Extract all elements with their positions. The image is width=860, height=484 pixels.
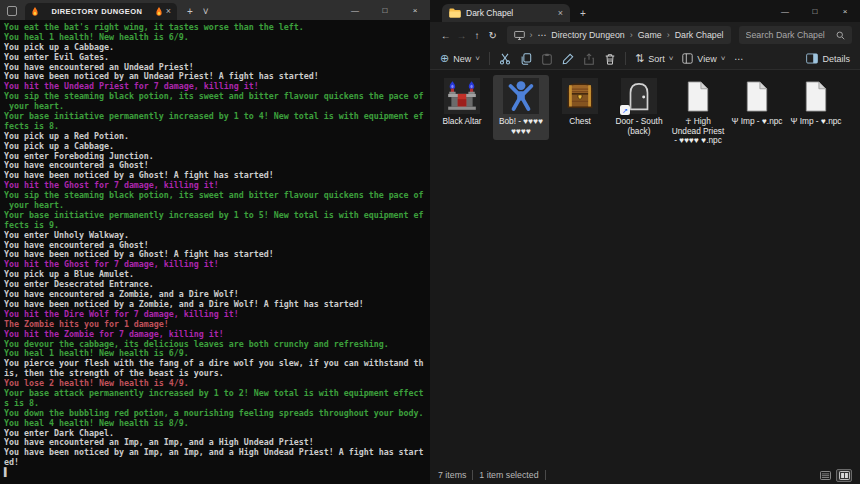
file-icon-box [739,78,775,114]
new-tab-button[interactable]: + [187,6,193,17]
file-label: Ψ Imp - ♥.npc [731,117,782,127]
cut-icon [499,53,511,65]
items-count: 7 items [438,470,466,480]
terminal-line: You have been noticed by an Imp, an Imp,… [4,448,430,458]
terminal-titlebar: DIRECTORY DUNGEON × + ˅ — □ × [0,0,430,20]
explorer-window: Dark Chapel × + — □ × ← → ↑ ↻ › ⋯ D [430,0,860,484]
tab-close-icon[interactable]: × [558,9,563,18]
address-bar: ← → ↑ ↻ › ⋯ Directory Dungeon › Game › D… [430,22,860,48]
flame-icon [31,7,39,16]
breadcrumb-overflow[interactable]: ⋯ [538,30,547,40]
explorer-tab[interactable]: Dark Chapel × [442,4,570,22]
document-icon [685,81,711,112]
terminal-line: Your base initiative permanently increas… [4,112,430,122]
search-icon [836,31,845,40]
new-icon: ⊕ [440,53,449,64]
file-label: Ψ Imp - ♥.npc [790,117,841,127]
document-icon [803,81,829,112]
thumbnails-view-icon [839,471,850,480]
search-input[interactable]: Search Dark Chapel [739,26,852,44]
details-button[interactable]: Details [806,53,850,64]
this-pc-icon [514,31,525,40]
details-pane-icon [806,53,818,64]
chevron-right-icon: › [667,30,670,40]
delete-button[interactable] [604,53,616,65]
new-button[interactable]: ⊕ New ˅ [440,53,480,64]
chevron-right-icon: › [630,30,633,40]
file-item[interactable]: Ψ Imp - ♥.npc [729,75,785,131]
terminal-window: DIRECTORY DUNGEON × + ˅ — □ × You eat th… [0,0,430,484]
paste-icon [541,53,553,65]
black-altar-icon [445,79,479,113]
icons-view-toggle[interactable] [836,469,852,482]
tab-close-icon[interactable]: × [166,7,171,16]
search-placeholder: Search Dark Chapel [746,30,836,40]
maximize-button[interactable]: □ [800,0,830,22]
file-item[interactable]: ☥ High Undead Priest - ♥♥♥♥ ♥.npc [670,75,726,150]
up-button[interactable]: ↑ [469,30,485,41]
rename-button[interactable] [562,53,574,65]
refresh-button[interactable]: ↻ [485,30,501,41]
close-button[interactable]: × [400,0,430,20]
terminal-line: You sip the steaming black potion, its s… [4,191,430,201]
breadcrumb-item[interactable]: Directory Dungeon [551,30,624,40]
paste-button[interactable] [541,53,553,65]
view-icon [682,53,693,64]
terminal-tab[interactable]: DIRECTORY DUNGEON × [25,3,177,20]
terminal-app-icon [7,6,17,16]
sort-icon: ⇅ [635,53,644,64]
copy-icon [520,53,532,65]
minimize-button[interactable]: — [340,0,370,20]
chevron-down-icon: ˅ [669,54,674,63]
back-button[interactable]: ← [438,30,454,41]
file-label: Chest [569,117,591,127]
cut-button[interactable] [499,53,511,65]
desktop: DIRECTORY DUNGEON × + ˅ — □ × You eat th… [0,0,860,484]
selection-count: 1 item selected [479,470,538,480]
explorer-titlebar: Dark Chapel × + — □ × [430,0,860,22]
file-item[interactable]: Ψ Imp - ♥.npc [788,75,844,131]
file-item[interactable]: Black Altar [434,75,490,131]
flame-icon [155,7,163,16]
file-icon-box [562,78,598,114]
chevron-right-icon: › [530,30,533,40]
chest-icon [563,79,597,113]
file-label: Bob! - ♥♥♥♥ ♥♥♥♥ [494,117,548,136]
view-button[interactable]: View ˅ [682,53,725,64]
shortcut-arrow-icon: ↗ [620,105,630,115]
terminal-line: Your base attack permanently increased b… [4,389,430,399]
file-label: Black Altar [442,117,481,127]
file-label: ☥ High Undead Priest - ♥♥♥♥ ♥.npc [671,117,725,146]
terminal-output[interactable]: You eat the bat's right wing, it tastes … [0,20,430,478]
file-item[interactable]: Chest [552,75,608,131]
file-item[interactable]: ↗Door - South (back) [611,75,667,140]
explorer-window-controls: — □ × [770,0,860,22]
maximize-button[interactable]: □ [370,0,400,20]
breadcrumb-item[interactable]: Game [638,30,662,40]
folder-icon [449,8,461,18]
copy-button[interactable] [520,53,532,65]
minimize-button[interactable]: — [770,0,800,22]
sort-button[interactable]: ⇅ Sort ˅ [635,53,673,64]
more-options-button[interactable]: ⋯ [734,54,743,64]
file-icon-box: ↗ [621,78,657,114]
new-tab-button[interactable]: + [580,8,586,19]
person-icon [504,79,538,113]
forward-button[interactable]: → [454,30,470,41]
terminal-line: ed! [4,458,430,468]
more-icon: ⋯ [734,54,743,64]
breadcrumb[interactable]: › ⋯ Directory Dungeon › Game › Dark Chap… [507,26,731,44]
breadcrumb-item[interactable]: Dark Chapel [675,30,724,40]
tab-dropdown-button[interactable]: ˅ [203,6,209,17]
file-item[interactable]: Bob! - ♥♥♥♥ ♥♥♥♥ [493,75,549,140]
share-icon [583,53,595,65]
file-icon-box [680,78,716,114]
chevron-down-icon: ˅ [475,54,480,63]
chevron-down-icon: ˅ [721,54,726,63]
close-button[interactable]: × [830,0,860,22]
rename-icon [562,53,574,65]
share-button[interactable] [583,53,595,65]
details-view-toggle[interactable] [817,469,833,482]
document-icon [744,81,770,112]
command-bar: ⊕ New ˅ [430,48,860,70]
